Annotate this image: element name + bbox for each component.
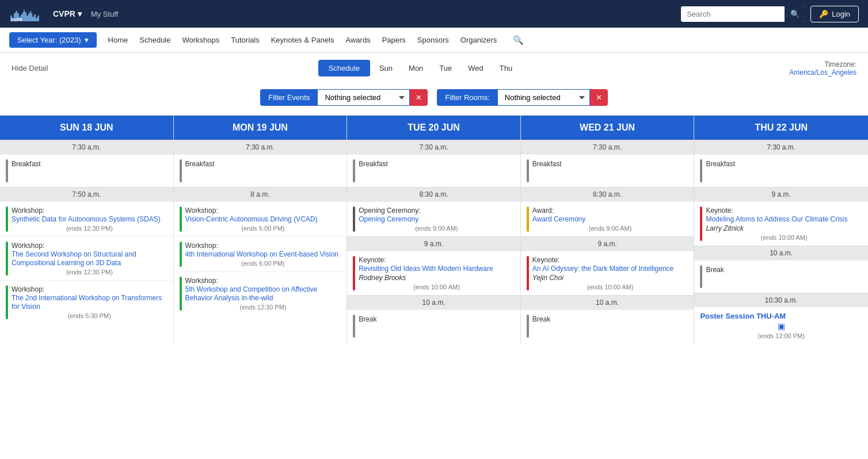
event-title: Breakfast	[185, 160, 215, 168]
filter-rooms-group: Filter Rooms: Nothing selected ✕	[437, 89, 607, 106]
event-link[interactable]: Opening Ceremony	[359, 215, 418, 223]
event-block: Workshop:4th International Workshop on E…	[174, 236, 347, 271]
event-block: Break	[694, 260, 868, 293]
event-title: Break	[532, 315, 550, 323]
hide-detail-button[interactable]: Hide Detail	[12, 64, 48, 72]
cvpr-nav-link[interactable]: CVPR ▾	[53, 9, 82, 18]
event-label: Workshop:	[185, 277, 341, 285]
time-slot-2-1: 8:30 a.m.	[347, 187, 520, 201]
time-slot-4-0: 7:30 a.m.	[694, 140, 868, 154]
event-title: Break	[706, 266, 724, 274]
login-button[interactable]: 🔑 Login	[810, 6, 859, 22]
nav-papers[interactable]: Papers	[382, 36, 406, 44]
event-block: Award:Award Ceremony(ends 9:00 AM)	[521, 201, 694, 236]
filter-events-clear[interactable]: ✕	[410, 89, 428, 106]
nav-left: CVPR CVPR ▾ My Stuff	[9, 5, 118, 23]
event-ends: (ends 12:30 PM)	[185, 304, 341, 311]
event-label: Workshop:	[12, 206, 167, 215]
filter-bar: Filter Events Nothing selected ✕ Filter …	[0, 83, 868, 115]
year-select-button[interactable]: Select Year: (2023) ▾	[9, 32, 97, 48]
event-ends: (ends 9:00 AM)	[359, 225, 515, 232]
my-stuff-link[interactable]: My Stuff	[91, 10, 118, 18]
event-link[interactable]: The 2nd International Workshop on Transf…	[12, 294, 162, 311]
event-ends: (ends 10:00 AM)	[532, 284, 688, 290]
day-tue-button[interactable]: Tue	[432, 60, 459, 76]
nav-right: 🔍 🔑 Login	[681, 6, 859, 22]
top-navbar: CVPR CVPR ▾ My Stuff 🔍 🔑 Login	[0, 0, 868, 28]
sub-navbar: Select Year: (2023) ▾ Home Schedule Work…	[0, 28, 868, 53]
event-link[interactable]: 4th International Workshop on Event-base…	[185, 250, 338, 258]
event-block: Breakfast	[694, 154, 868, 187]
calendar-grid: SUN 18 JUN7:30 a.m.Breakfast7:50 a.m.Wor…	[0, 115, 868, 344]
logo-area: CVPR	[9, 5, 44, 23]
nav-workshops[interactable]: Workshops	[182, 36, 219, 44]
event-label: Opening Ceremony:	[359, 206, 515, 215]
event-speaker: Rodney Brooks	[359, 274, 515, 282]
login-icon: 🔑	[819, 10, 828, 18]
event-title: Breakfast	[706, 160, 735, 168]
event-label: Keynote:	[706, 206, 862, 215]
day-header-0: SUN 18 JUN	[0, 116, 173, 140]
schedule-button[interactable]: Schedule	[318, 60, 370, 76]
nav-sponsors[interactable]: Sponsors	[417, 36, 449, 44]
event-ends: (ends 12:00 PM)	[700, 332, 862, 339]
event-link[interactable]: An AI Odyssey: the Dark Matter of Intell…	[532, 265, 673, 273]
expand-icon[interactable]: ▣	[700, 322, 862, 331]
day-sun-button[interactable]: Sun	[372, 60, 399, 76]
time-slot-4-1: 9 a.m.	[694, 187, 868, 201]
filter-rooms-select[interactable]: Nothing selected	[498, 89, 590, 106]
search-button[interactable]: 🔍	[785, 6, 806, 22]
event-block: Break	[347, 309, 520, 342]
event-label: Workshop:	[12, 285, 167, 293]
timezone-info: Timezone: America/Los_Angeles	[789, 60, 856, 76]
timezone-link[interactable]: America/Los_Angeles	[789, 68, 856, 76]
poster-session-link[interactable]: Poster Session THU-AM	[700, 312, 786, 320]
day-column-1: MON 19 JUN7:30 a.m.Breakfast8 a.m.Worksh…	[174, 116, 348, 344]
day-wed-button[interactable]: Wed	[461, 60, 490, 76]
time-slot-3-0: 7:30 a.m.	[521, 140, 694, 154]
time-slot-1-0: 7:30 a.m.	[174, 140, 347, 154]
event-link[interactable]: Synthetic Data for Autonomous Systems (S…	[12, 215, 161, 223]
event-link[interactable]: Revisiting Old Ideas With Modern Hardwar…	[359, 265, 493, 273]
event-link[interactable]: Modeling Atoms to Address Our Climate Cr…	[706, 215, 847, 223]
event-block: Opening Ceremony:Opening Ceremony(ends 9…	[347, 201, 520, 236]
event-title: Breakfast	[359, 160, 388, 168]
time-slot-3-3: 10 a.m.	[521, 295, 694, 309]
year-dropdown-icon: ▾	[85, 36, 89, 44]
day-header-3: WED 21 JUN	[521, 116, 694, 140]
event-ends: (ends 10:00 AM)	[706, 234, 862, 241]
filter-rooms-clear[interactable]: ✕	[590, 89, 608, 106]
nav-schedule[interactable]: Schedule	[139, 36, 170, 44]
day-mon-button[interactable]: Mon	[402, 60, 430, 76]
event-block: Workshop:5th Workshop and Competition on…	[174, 271, 347, 315]
event-ends: (ends 5:30 PM)	[12, 312, 167, 319]
event-ends: (ends 9:00 AM)	[532, 225, 688, 232]
poster-session-block: Poster Session THU-AM▣(ends 12:00 PM)	[694, 307, 868, 344]
filter-rooms-label: Filter Rooms:	[437, 89, 497, 106]
event-label: Keynote:	[359, 256, 515, 264]
event-link[interactable]: The Second Workshop on Structural and Co…	[12, 250, 136, 267]
time-slot-1-1: 8 a.m.	[174, 187, 347, 201]
event-label: Workshop:	[185, 206, 341, 215]
nav-tutorials[interactable]: Tutorials	[231, 36, 259, 44]
sub-nav-search-icon[interactable]: 🔍	[513, 35, 524, 45]
time-slot-0-1: 7:50 a.m.	[0, 187, 173, 201]
event-speaker: Yejin Choi	[532, 274, 688, 282]
event-label: Keynote:	[532, 256, 688, 264]
nav-keynotes[interactable]: Keynotes & Panels	[271, 36, 334, 44]
nav-awards[interactable]: Awards	[346, 36, 371, 44]
day-thu-button[interactable]: Thu	[493, 60, 519, 76]
day-header-1: MON 19 JUN	[174, 116, 347, 140]
event-link[interactable]: Vision-Centric Autonomous Driving (VCAD)	[185, 215, 318, 223]
filter-events-label: Filter Events	[260, 89, 318, 106]
time-slot-2-0: 7:30 a.m.	[347, 140, 520, 154]
event-block: Keynote:Revisiting Old Ideas With Modern…	[347, 251, 520, 295]
event-ends: (ends 12:30 PM)	[12, 225, 167, 232]
nav-home[interactable]: Home	[108, 36, 128, 44]
filter-events-select[interactable]: Nothing selected	[318, 89, 410, 106]
event-link[interactable]: Award Ceremony	[532, 215, 585, 223]
event-link[interactable]: 5th Workshop and Competition on Affectiv…	[185, 285, 318, 302]
nav-organizers[interactable]: Organizers	[460, 36, 497, 44]
search-input[interactable]	[681, 6, 785, 22]
event-label: Workshop:	[185, 242, 341, 250]
